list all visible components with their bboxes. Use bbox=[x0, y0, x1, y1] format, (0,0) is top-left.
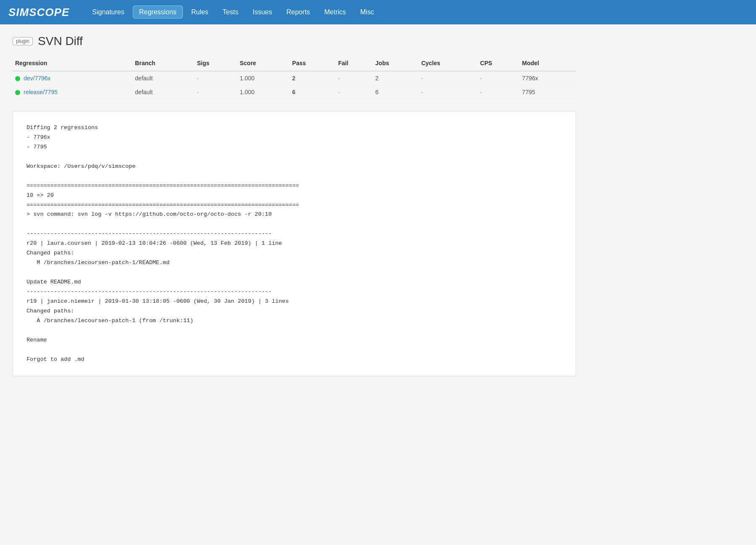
nav-item-tests[interactable]: Tests bbox=[217, 8, 244, 16]
col-cps: CPS bbox=[480, 57, 522, 71]
cell-cps-0: · bbox=[480, 71, 522, 85]
col-fail: Fail bbox=[338, 57, 375, 71]
nav-link-misc[interactable]: Misc bbox=[354, 6, 380, 18]
nav-link-reports[interactable]: Reports bbox=[280, 6, 316, 18]
col-model: Model bbox=[522, 57, 576, 71]
nav-links: SignaturesRegressionsRulesTestsIssuesRep… bbox=[86, 8, 380, 16]
col-jobs: Jobs bbox=[375, 57, 421, 71]
plugin-badge: plugin bbox=[13, 37, 33, 45]
cell-branch-1: default bbox=[135, 85, 197, 99]
nav-link-regressions[interactable]: Regressions bbox=[133, 5, 183, 19]
col-cycles: Cycles bbox=[421, 57, 480, 71]
nav-link-metrics[interactable]: Metrics bbox=[318, 6, 352, 18]
regression-link-1[interactable]: release/7795 bbox=[24, 89, 58, 95]
col-score: Score bbox=[240, 57, 292, 71]
nav-link-signatures[interactable]: Signatures bbox=[86, 6, 130, 18]
table-row: release/7795default·1.0006·6··7795 bbox=[13, 85, 576, 99]
cell-cycles-0: · bbox=[421, 71, 480, 85]
main-nav: SIMSCOPE SignaturesRegressionsRulesTests… bbox=[0, 0, 756, 24]
regressions-table: Regression Branch Sigs Score Pass Fail J… bbox=[13, 57, 576, 99]
col-pass: Pass bbox=[292, 57, 338, 71]
cell-cps-1: · bbox=[480, 85, 522, 99]
cell-fail-0: · bbox=[338, 71, 375, 85]
cell-regression-0: dev/7796x bbox=[13, 71, 135, 85]
status-dot-0 bbox=[15, 76, 20, 81]
cell-fail-1: · bbox=[338, 85, 375, 99]
cell-sigs-0: · bbox=[197, 71, 240, 85]
page-title: SVN Diff bbox=[38, 34, 83, 48]
diff-output: Diffing 2 regressions - 7796x - 7795 Wor… bbox=[13, 111, 576, 376]
nav-item-rules[interactable]: Rules bbox=[185, 8, 214, 16]
nav-link-rules[interactable]: Rules bbox=[185, 6, 214, 18]
status-dot-1 bbox=[15, 90, 20, 95]
cell-jobs-0: 2 bbox=[375, 71, 421, 85]
nav-item-issues[interactable]: Issues bbox=[247, 8, 278, 16]
cell-score-1: 1.000 bbox=[240, 85, 292, 99]
cell-model-0: 7796x bbox=[522, 71, 576, 85]
col-regression: Regression bbox=[13, 57, 135, 71]
cell-cycles-1: · bbox=[421, 85, 480, 99]
cell-score-0: 1.000 bbox=[240, 71, 292, 85]
table-header-row: Regression Branch Sigs Score Pass Fail J… bbox=[13, 57, 576, 71]
app-logo: SIMSCOPE bbox=[8, 6, 69, 19]
nav-item-misc[interactable]: Misc bbox=[354, 8, 380, 16]
col-sigs: Sigs bbox=[197, 57, 240, 71]
nav-item-signatures[interactable]: Signatures bbox=[86, 8, 130, 16]
col-branch: Branch bbox=[135, 57, 197, 71]
cell-branch-0: default bbox=[135, 71, 197, 85]
cell-jobs-1: 6 bbox=[375, 85, 421, 99]
page-header: plugin SVN Diff bbox=[13, 34, 576, 48]
cell-regression-1: release/7795 bbox=[13, 85, 135, 99]
cell-model-1: 7795 bbox=[522, 85, 576, 99]
table-header: Regression Branch Sigs Score Pass Fail J… bbox=[13, 57, 576, 71]
cell-pass-0: 2 bbox=[292, 71, 338, 85]
nav-link-issues[interactable]: Issues bbox=[247, 6, 278, 18]
nav-item-reports[interactable]: Reports bbox=[280, 8, 316, 16]
table-row: dev/7796xdefault·1.0002·2··7796x bbox=[13, 71, 576, 85]
table-body: dev/7796xdefault·1.0002·2··7796xrelease/… bbox=[13, 71, 576, 99]
nav-link-tests[interactable]: Tests bbox=[217, 6, 244, 18]
cell-sigs-1: · bbox=[197, 85, 240, 99]
main-content: plugin SVN Diff Regression Branch Sigs S… bbox=[0, 24, 589, 386]
nav-item-regressions[interactable]: Regressions bbox=[133, 8, 183, 16]
regression-link-0[interactable]: dev/7796x bbox=[24, 75, 51, 82]
cell-pass-1: 6 bbox=[292, 85, 338, 99]
nav-item-metrics[interactable]: Metrics bbox=[318, 8, 352, 16]
